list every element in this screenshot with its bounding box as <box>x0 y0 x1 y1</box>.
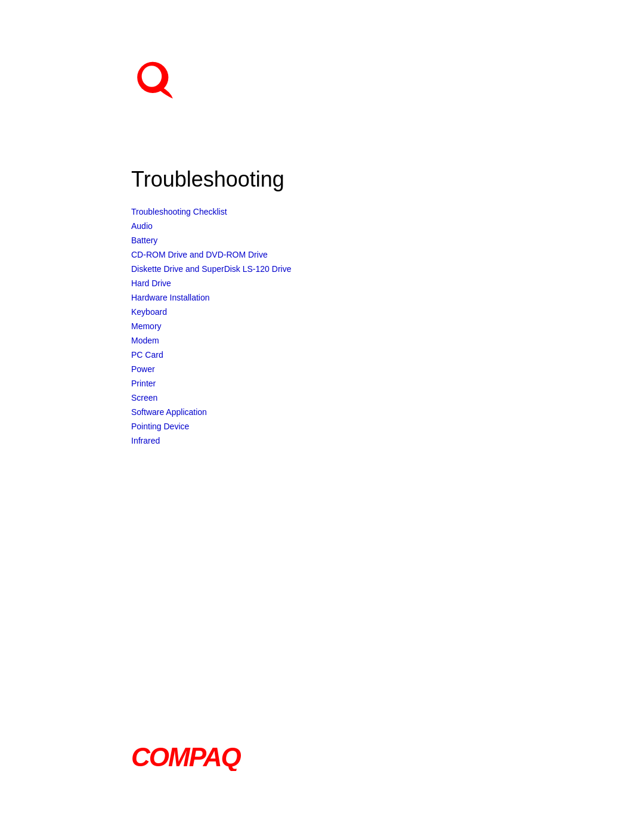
page-container: Troubleshooting Troubleshooting Checklis… <box>0 0 644 833</box>
list-item: Printer <box>131 378 644 389</box>
list-item: Keyboard <box>131 306 644 317</box>
list-item: Modem <box>131 335 644 346</box>
list-item: Screen <box>131 392 644 403</box>
compaq-wordmark-logo: COMPAQ <box>131 741 250 771</box>
nav-link-printer[interactable]: Printer <box>131 379 156 388</box>
nav-link-memory[interactable]: Memory <box>131 321 162 331</box>
page-title: Troubleshooting <box>131 167 644 192</box>
list-item: Infrared <box>131 435 644 446</box>
nav-link-screen[interactable]: Screen <box>131 393 157 402</box>
list-item: PC Card <box>131 349 644 360</box>
nav-link-pointing-device[interactable]: Pointing Device <box>131 422 189 431</box>
list-item: Hardware Installation <box>131 292 644 303</box>
compaq-logo-container: COMPAQ <box>131 741 250 773</box>
list-item: Diskette Drive and SuperDisk LS-120 Driv… <box>131 264 644 274</box>
nav-link-hardware-installation[interactable]: Hardware Installation <box>131 293 210 302</box>
nav-link-hard-drive[interactable]: Hard Drive <box>131 278 171 288</box>
nav-link-modem[interactable]: Modem <box>131 336 159 345</box>
nav-link-troubleshooting-checklist[interactable]: Troubleshooting Checklist <box>131 207 227 216</box>
svg-text:COMPAQ: COMPAQ <box>131 742 242 771</box>
q-logo-container <box>131 60 179 104</box>
svg-point-2 <box>143 66 162 86</box>
list-item: CD-ROM Drive and DVD-ROM Drive <box>131 249 644 260</box>
list-item: Troubleshooting Checklist <box>131 206 644 217</box>
nav-link-pc-card[interactable]: PC Card <box>131 350 163 360</box>
list-item: Software Application <box>131 407 644 417</box>
links-list: Troubleshooting ChecklistAudioBatteryCD-… <box>131 206 644 446</box>
list-item: Power <box>131 364 644 374</box>
list-item: Pointing Device <box>131 421 644 432</box>
list-item: Hard Drive <box>131 278 644 289</box>
nav-link-infrared[interactable]: Infrared <box>131 436 160 445</box>
list-item: Battery <box>131 235 644 246</box>
list-item: Audio <box>131 221 644 231</box>
nav-link-cd-rom-drive-and-dvd-rom-drive[interactable]: CD-ROM Drive and DVD-ROM Drive <box>131 250 268 259</box>
nav-link-diskette-drive-and-superdisk-ls-120-drive[interactable]: Diskette Drive and SuperDisk LS-120 Driv… <box>131 264 291 274</box>
nav-link-keyboard[interactable]: Keyboard <box>131 307 167 317</box>
nav-link-power[interactable]: Power <box>131 364 155 374</box>
nav-link-battery[interactable]: Battery <box>131 236 157 245</box>
q-logo-icon <box>131 60 179 101</box>
nav-link-audio[interactable]: Audio <box>131 221 153 231</box>
nav-link-software-application[interactable]: Software Application <box>131 407 207 417</box>
list-item: Memory <box>131 321 644 332</box>
content-area: Troubleshooting Troubleshooting Checklis… <box>131 167 644 446</box>
